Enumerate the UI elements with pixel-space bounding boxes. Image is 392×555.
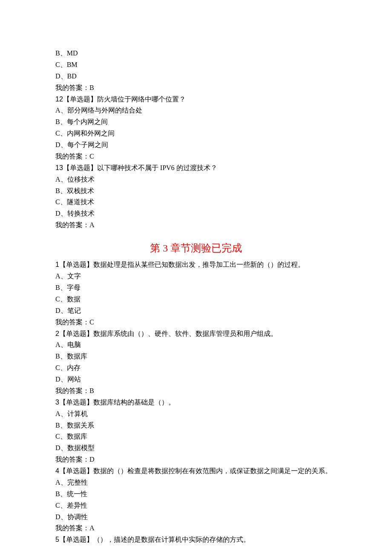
question-text: 防火墙位于网络中哪个位置？ bbox=[97, 95, 186, 103]
option-line: D、协调性 bbox=[55, 512, 337, 523]
question-block: 12【单选题】防火墙位于网络中哪个位置？ A、部分网络与外网的结合处 B、每个内… bbox=[55, 94, 337, 162]
question-text: 以下哪种技术不属于 IPV6 的过渡技术？ bbox=[97, 164, 217, 171]
option-line: A、部分网络与外网的结合处 bbox=[55, 105, 337, 116]
option-line: A、完整性 bbox=[55, 477, 337, 489]
option-line: C、数据库 bbox=[55, 431, 337, 442]
option-line: C、差异性 bbox=[55, 500, 337, 512]
question-text: （），描述的是数据在计算机中实际的存储的方式。 bbox=[93, 536, 250, 543]
option-line: D、网站 bbox=[55, 374, 337, 385]
option-line: B、统一性 bbox=[55, 489, 337, 500]
option-line: B、数据关系 bbox=[55, 420, 337, 431]
option-line: A、电脑 bbox=[55, 339, 337, 351]
option-line: C、数据 bbox=[55, 294, 337, 305]
answer-line: 我的答案：C bbox=[55, 317, 337, 328]
question-stem: 12【单选题】防火墙位于网络中哪个位置？ bbox=[55, 94, 337, 105]
question-block: 13【单选题】以下哪种技术不属于 IPV6 的过渡技术？ A、位移技术 B、双栈… bbox=[55, 162, 337, 231]
option-line: A、位移技术 bbox=[55, 174, 337, 185]
option-line: B、MD bbox=[55, 48, 337, 59]
question-number: 2 bbox=[55, 330, 59, 337]
option-line: D、BD bbox=[55, 71, 337, 82]
option-line: D、每个子网之间 bbox=[55, 139, 337, 151]
question-number: 13 bbox=[55, 164, 63, 171]
option-line: D、笔记 bbox=[55, 305, 337, 317]
option-line: C、内存 bbox=[55, 362, 337, 374]
option-line: C、隧道技术 bbox=[55, 197, 337, 208]
question-text: 数据的（）检查是将数据控制在有效范围内，或保证数据之间满足一定的关系。 bbox=[93, 467, 332, 474]
question-stem: 3【单选题】数据库结构的基础是（）。 bbox=[55, 397, 337, 408]
question-stem: 4【单选题】数据的（）检查是将数据控制在有效范围内，或保证数据之间满足一定的关系… bbox=[55, 465, 337, 477]
option-line: D、转换技术 bbox=[55, 208, 337, 220]
question-stem: 2【单选题】数据库系统由（）、硬件、软件、数据库管理员和用户组成。 bbox=[55, 328, 337, 340]
answer-line: 我的答案：B bbox=[55, 385, 337, 397]
option-line: B、字母 bbox=[55, 282, 337, 294]
question-stem: 5【单选题】（），描述的是数据在计算机中实际的存储的方式。 bbox=[55, 534, 337, 546]
question-number: 4 bbox=[55, 467, 59, 474]
question-tag: 【单选题】 bbox=[59, 536, 93, 543]
question-block: 5【单选题】（），描述的是数据在计算机中实际的存储的方式。 bbox=[55, 534, 337, 546]
question-text: 数据处理是指从某些已知数据出发，推导加工出一些新的（）的过程。 bbox=[93, 261, 305, 268]
question-tag: 【单选题】 bbox=[63, 95, 97, 103]
option-line: D、数据模型 bbox=[55, 442, 337, 454]
question-tag: 【单选题】 bbox=[59, 467, 93, 474]
question-stem: 1【单选题】数据处理是指从某些已知数据出发，推导加工出一些新的（）的过程。 bbox=[55, 259, 337, 271]
option-line: C、内网和外网之间 bbox=[55, 128, 337, 139]
option-line: B、双栈技术 bbox=[55, 185, 337, 197]
answer-line: 我的答案：A bbox=[55, 523, 337, 534]
question-text: 数据库结构的基础是（）。 bbox=[93, 399, 175, 406]
question-block: 1【单选题】数据处理是指从某些已知数据出发，推导加工出一些新的（）的过程。 A、… bbox=[55, 259, 337, 328]
question-number: 5 bbox=[55, 536, 59, 543]
question-text: 数据库系统由（）、硬件、软件、数据库管理员和用户组成。 bbox=[93, 330, 277, 337]
question-block: 4【单选题】数据的（）检查是将数据控制在有效范围内，或保证数据之间满足一定的关系… bbox=[55, 465, 337, 534]
chapter-heading: 第 3 章节测验已完成 bbox=[55, 240, 337, 257]
option-line: B、数据库 bbox=[55, 351, 337, 362]
question-stem: 13【单选题】以下哪种技术不属于 IPV6 的过渡技术？ bbox=[55, 162, 337, 174]
document-page: B、MD C、BM D、BD 我的答案：B 12【单选题】防火墙位于网络中哪个位… bbox=[0, 0, 392, 555]
answer-line: 我的答案：A bbox=[55, 220, 337, 231]
option-line: C、BM bbox=[55, 59, 337, 71]
answer-line: 我的答案：C bbox=[55, 151, 337, 162]
option-line: A、计算机 bbox=[55, 408, 337, 420]
question-tag: 【单选题】 bbox=[59, 330, 93, 337]
question-number: 1 bbox=[55, 261, 59, 268]
question-block: 3【单选题】数据库结构的基础是（）。 A、计算机 B、数据关系 C、数据库 D、… bbox=[55, 397, 337, 465]
question-tag: 【单选题】 bbox=[63, 164, 97, 171]
truncated-options-block: B、MD C、BM D、BD 我的答案：B bbox=[55, 48, 337, 94]
option-line: B、每个内网之间 bbox=[55, 116, 337, 128]
question-block: 2【单选题】数据库系统由（）、硬件、软件、数据库管理员和用户组成。 A、电脑 B… bbox=[55, 328, 337, 397]
answer-line: 我的答案：D bbox=[55, 454, 337, 465]
question-tag: 【单选题】 bbox=[59, 399, 93, 406]
question-tag: 【单选题】 bbox=[59, 261, 93, 268]
answer-line: 我的答案：B bbox=[55, 82, 337, 94]
question-number: 12 bbox=[55, 95, 63, 103]
option-line: A、文字 bbox=[55, 271, 337, 282]
question-number: 3 bbox=[55, 399, 59, 406]
